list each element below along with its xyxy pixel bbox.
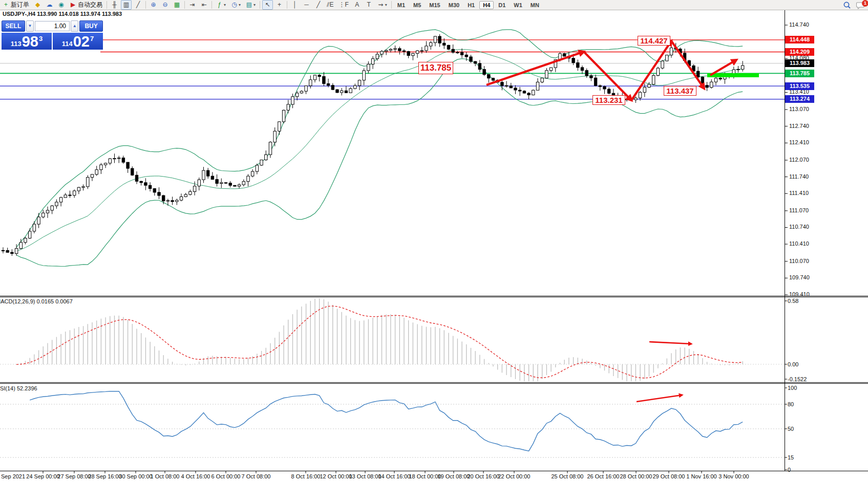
notifications-icon[interactable]: 1 <box>856 1 865 9</box>
vertical-line-tool[interactable]: │ <box>289 0 300 10</box>
time-axis-label: 18 Oct 00:00 <box>409 473 441 479</box>
time-axis-label: 22 Oct 00:00 <box>498 473 531 479</box>
time-axis-label: 1 Oct 08:00 <box>151 473 180 479</box>
timeframe-h1[interactable]: H1 <box>464 1 478 9</box>
arrows-tool[interactable]: ⇝▾ <box>375 0 389 10</box>
toolbar-separator <box>184 1 185 9</box>
zoom-out-icon[interactable]: ⊖ <box>160 0 171 10</box>
price-axis-tick: 110.740 <box>789 224 809 230</box>
sell-price-display[interactable]: 113 98 3 <box>2 33 52 50</box>
cursor-tool[interactable]: ↖ <box>262 0 273 10</box>
add-indicator-button[interactable]: ƒ▾ <box>214 0 228 10</box>
price-axis-tick: 109.410 <box>789 291 810 297</box>
auto-scroll-icon[interactable]: ⇤ <box>199 0 209 10</box>
buy-button[interactable]: BUY <box>79 20 103 32</box>
macd-axis-label: 0.00 <box>788 361 798 367</box>
horizontal-line-tool[interactable]: ─ <box>301 0 312 10</box>
zoom-in-icon[interactable]: ⊕ <box>148 0 159 10</box>
volume-up-stepper[interactable]: ▲ <box>71 20 78 32</box>
line-chart-icon[interactable]: ╱ <box>133 0 143 10</box>
bar-chart-icon[interactable]: ╫ <box>109 0 120 10</box>
time-axis-label: 29 Oct 08:00 <box>653 473 685 479</box>
autotrade-button[interactable]: ▶自动交易 <box>68 0 104 10</box>
timeframe-d1[interactable]: D1 <box>495 1 509 9</box>
price-axis-tick: 112.740 <box>789 123 809 129</box>
autotrade-button: ▶ <box>70 1 76 9</box>
timeframe-m5[interactable]: M5 <box>410 1 425 9</box>
periodicity-button: ◷ <box>231 1 238 9</box>
community-icon[interactable]: ☁ <box>44 0 55 10</box>
new-order-button[interactable]: +新订单 <box>1 0 31 10</box>
price-axis-tick: 112.070 <box>789 157 809 163</box>
price-line-badge: 113.785 <box>785 70 814 77</box>
toolbar-separator <box>107 1 107 9</box>
time-axis-label: 6 Oct 00:00 <box>211 473 241 479</box>
timeframe-m30[interactable]: M30 <box>445 1 463 9</box>
label-tool: T <box>366 1 372 9</box>
bar-chart-icon: ╫ <box>111 1 118 9</box>
sell-button[interactable]: SELL <box>2 20 25 32</box>
timeframe-m15[interactable]: M15 <box>426 1 443 9</box>
price-annotation-box[interactable]: 113.231 <box>592 95 625 105</box>
trendline-tool[interactable]: ╱ <box>313 0 324 10</box>
label-tool[interactable]: T <box>364 0 374 10</box>
price-axis-tick: 111.410 <box>789 190 809 196</box>
price-annotation-box[interactable]: 113.437 <box>664 86 696 96</box>
one-click-trading-panel: SELL ▼ ▲ BUY 113 98 3 114 02 7 <box>2 20 103 50</box>
time-axis-label: 25 Oct 08:00 <box>552 473 584 479</box>
price-axis-tick: 110.410 <box>789 240 809 247</box>
tile-windows-icon[interactable]: ▦ <box>172 0 182 10</box>
price-axis-tick: 109.740 <box>789 274 810 280</box>
signal-icon[interactable]: ◉ <box>56 0 67 10</box>
price-line-badge: 113.983 <box>785 59 814 67</box>
search-icon[interactable] <box>843 1 851 9</box>
time-axis-label: 4 Oct 16:00 <box>181 473 210 479</box>
cursor-tool: ↖ <box>264 1 271 9</box>
auto-scroll-icon: ⇤ <box>201 1 207 9</box>
rsi-axis-label: 100 <box>788 385 797 391</box>
chart-shift-icon[interactable]: ⇥ <box>187 0 198 10</box>
timeframe-w1[interactable]: W1 <box>510 1 526 9</box>
price-annotation-box[interactable]: 114.427 <box>638 36 670 46</box>
time-axis-label: 8 Oct 16:00 <box>291 473 321 479</box>
toolbar-separator <box>211 1 212 9</box>
price-line-badge: 113.274 <box>785 95 814 103</box>
mt4-window: +新订单◆☁◉▶自动交易╫▥╱⊕⊖▦⇥⇤ƒ▾◷▾▤▾↖+│─╱⫽E⋮FAT⇝▾M… <box>0 0 868 482</box>
buy-price-display[interactable]: 114 02 7 <box>53 33 103 50</box>
timeframe-mn[interactable]: MN <box>527 1 543 9</box>
notification-badge: 1 <box>862 0 868 7</box>
arrows-tool: ⇝ <box>377 1 384 9</box>
time-axis-label: 28 Oct 00:00 <box>620 473 652 479</box>
timeframe-h4[interactable]: H4 <box>479 1 494 9</box>
funds-icon[interactable]: ◆ <box>32 0 43 10</box>
volume-input[interactable] <box>35 21 70 31</box>
time-axis-label: 28 Sep 16:00 <box>88 473 121 479</box>
candlestick-chart-icon: ▥ <box>123 1 130 9</box>
vertical-line-tool: │ <box>291 1 298 9</box>
price-axis-tick: 114.740 <box>789 21 809 28</box>
time-axis-label: 19 Oct 08:00 <box>438 473 470 479</box>
price-axis-tick: 113.070 <box>789 106 809 112</box>
sell-price-bigfigure: 113 <box>11 40 22 48</box>
text-tool[interactable]: A <box>352 0 363 10</box>
time-axis-label: 26 Oct 16:00 <box>587 473 620 479</box>
time-axis-label: 14 Oct 16:00 <box>378 473 411 479</box>
equidistant-channel-tool[interactable]: ⫽E <box>325 0 335 10</box>
chevron-down-icon: ▾ <box>385 3 387 7</box>
candlestick-chart-icon[interactable]: ▥ <box>121 0 132 10</box>
toolbar: +新订单◆☁◉▶自动交易╫▥╱⊕⊖▦⇥⇤ƒ▾◷▾▤▾↖+│─╱⫽E⋮FAT⇝▾M… <box>0 0 868 10</box>
equidistant-channel-tool: ⫽E <box>327 1 333 9</box>
periodicity-button[interactable]: ◷▾ <box>229 0 243 10</box>
text-tool: A <box>354 1 361 9</box>
toolbar-separator <box>260 1 260 9</box>
buy-price-pipette: 7 <box>90 35 94 42</box>
buy-price-bigfigure: 114 <box>62 40 73 48</box>
price-axis-tick: 111.740 <box>789 173 809 180</box>
volume-down-stepper[interactable]: ▼ <box>26 20 34 32</box>
crosshair-tool[interactable]: + <box>274 0 285 10</box>
price-annotation-box[interactable]: 113.785 <box>418 62 453 74</box>
timeframe-m1[interactable]: M1 <box>394 1 409 9</box>
fibonacci-tool[interactable]: ⋮F <box>336 0 350 10</box>
template-button[interactable]: ▤▾ <box>244 0 258 10</box>
price-axis-tick: 110.070 <box>789 258 809 264</box>
